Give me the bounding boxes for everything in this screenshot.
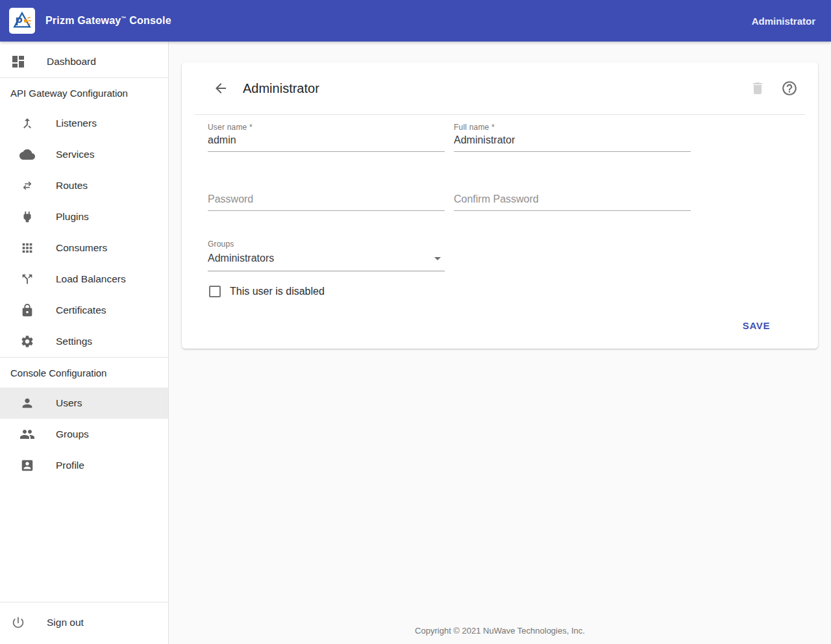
user-disabled-label: This user is disabled [230, 286, 325, 297]
card-header: Administrator [195, 62, 805, 115]
sidebar-item-label: Users [56, 397, 82, 409]
sidebar-item-routes[interactable]: Routes [0, 170, 168, 201]
sidebar-item-certificates[interactable]: Certificates [0, 295, 168, 326]
app-title: Prizm Gateway™ Console [45, 15, 171, 27]
call-split-icon [19, 271, 35, 287]
user-detail-card: Administrator User name * Full name * [182, 62, 818, 349]
app-logo: P [9, 8, 35, 34]
app-title-tm: ™ [121, 16, 126, 21]
sidebar-spacer [0, 42, 168, 46]
svg-text:P: P [16, 16, 23, 27]
sidebar-item-label: Plugins [56, 211, 89, 223]
app-header: P Prizm Gateway™ Console Administrator [0, 0, 831, 42]
sidebar-item-label: Profile [56, 460, 84, 471]
sidebar-item-services[interactable]: Services [0, 139, 168, 170]
sidebar-item-users[interactable]: Users [0, 388, 168, 419]
groups-field-group: Groups Administrators [208, 240, 445, 271]
sidebar-item-label: Groups [56, 428, 89, 440]
trash-icon [750, 80, 765, 96]
app-title-suffix: Console [127, 15, 171, 26]
sidebar-item-groups[interactable]: Groups [0, 419, 168, 450]
copyright-footer: Copyright © 2021 NuWave Technologies, In… [169, 626, 831, 644]
people-icon [19, 427, 35, 442]
fullname-field-group: Full name * [454, 123, 691, 152]
fullname-label: Full name * [454, 123, 691, 132]
header-user-label: Administrator [752, 16, 815, 27]
confirm-password-field-group [454, 191, 691, 211]
app-title-name: Prizm Gateway [45, 15, 121, 26]
prizm-logo-icon: P [11, 10, 33, 32]
merge-arrow-icon [19, 116, 35, 131]
page-title: Administrator [243, 81, 319, 96]
sidebar-item-load-balancers[interactable]: Load Balancers [0, 264, 168, 295]
sidebar-item-consumers[interactable]: Consumers [0, 232, 168, 264]
confirm-password-input[interactable] [454, 191, 691, 211]
back-button[interactable] [208, 75, 234, 101]
sidebar-item-plugins[interactable]: Plugins [0, 201, 168, 232]
sidebar-item-settings[interactable]: Settings [0, 326, 168, 357]
help-button[interactable] [776, 75, 802, 101]
sidebar-item-label: Load Balancers [56, 273, 126, 285]
card-header-actions [745, 75, 802, 101]
dashboard-icon [10, 54, 26, 69]
contact-card-icon [19, 458, 35, 473]
person-icon [19, 395, 35, 411]
lock-icon [19, 303, 35, 318]
groups-select[interactable]: Administrators [208, 249, 445, 271]
section-console-configuration: Console Configuration [0, 358, 168, 388]
sidebar-item-listeners[interactable]: Listeners [0, 108, 168, 139]
username-field-group: User name * [208, 123, 445, 152]
user-form: User name * Full name * Groups [182, 115, 818, 349]
password-fields-row [208, 191, 792, 211]
sidebar: Dashboard API Gateway Configuration List… [0, 42, 169, 644]
sidebar-item-label: Services [56, 149, 94, 160]
disabled-checkbox-row: This user is disabled [208, 286, 792, 297]
gear-icon [19, 334, 35, 349]
sidebar-item-label: Settings [56, 336, 92, 347]
fullname-input[interactable] [454, 132, 691, 152]
help-icon [781, 80, 798, 97]
sidebar-item-label: Dashboard [47, 56, 96, 68]
sign-out-button[interactable]: Sign out [0, 607, 168, 638]
username-input[interactable] [208, 132, 445, 152]
username-label: User name * [208, 123, 445, 132]
power-icon [10, 615, 26, 630]
sign-out-label: Sign out [47, 617, 84, 628]
sidebar-item-profile[interactable]: Profile [0, 450, 168, 481]
name-fields-row: User name * Full name * [208, 123, 792, 152]
plug-icon [19, 209, 35, 225]
password-field-group [208, 191, 445, 211]
user-disabled-checkbox[interactable] [209, 286, 221, 297]
section-api-gateway-configuration: API Gateway Configuration [0, 78, 168, 108]
sidebar-footer: Sign out [0, 602, 168, 644]
sidebar-item-label: Consumers [56, 242, 107, 254]
sidebar-item-dashboard[interactable]: Dashboard [0, 46, 168, 77]
cloud-icon [19, 147, 35, 162]
groups-selected-value: Administrators [208, 253, 274, 264]
save-row: SAVE [208, 314, 792, 337]
groups-label: Groups [208, 240, 445, 249]
apps-grid-icon [19, 240, 35, 256]
groups-row: Groups Administrators [208, 240, 792, 271]
arrow-back-icon [213, 80, 229, 96]
swap-arrows-icon [19, 178, 35, 193]
delete-user-button[interactable] [745, 75, 771, 101]
sidebar-item-label: Routes [56, 180, 88, 192]
main-content: Administrator User name * Full name * [169, 42, 831, 644]
sidebar-item-label: Certificates [56, 304, 106, 316]
chevron-down-icon [434, 257, 441, 260]
password-input[interactable] [208, 191, 445, 211]
sidebar-item-label: Listeners [56, 118, 97, 129]
save-button[interactable]: SAVE [734, 314, 779, 337]
